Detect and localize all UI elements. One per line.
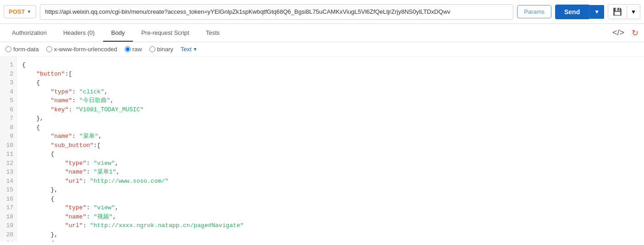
label-raw: raw bbox=[132, 46, 142, 53]
save-dropdown-button[interactable]: ▼ bbox=[627, 6, 640, 18]
code-line: { bbox=[22, 239, 638, 241]
option-binary[interactable]: binary bbox=[149, 46, 173, 53]
label-urlencoded: x-www-form-urlencoded bbox=[54, 46, 117, 53]
line-number: 17 bbox=[4, 203, 13, 212]
option-raw[interactable]: raw bbox=[125, 46, 142, 53]
line-number: 1 bbox=[4, 60, 13, 70]
line-number: 4 bbox=[4, 87, 13, 97]
send-dropdown-button[interactable]: ▼ bbox=[589, 5, 604, 19]
code-line: "key": "V1001_TODAY_MUSIC" bbox=[22, 105, 638, 114]
tabs-row: Authorization Headers (0) Body Pre-reque… bbox=[0, 24, 644, 42]
code-line: { bbox=[22, 150, 638, 159]
option-form-data[interactable]: form-data bbox=[6, 46, 39, 53]
code-line: "type": "view", bbox=[22, 159, 638, 168]
line-number: 9 bbox=[4, 132, 13, 141]
editor-area: 1234567891011121314151617181920212223242… bbox=[0, 57, 644, 241]
tab-authorization[interactable]: Authorization bbox=[4, 25, 55, 42]
code-icon: </> bbox=[612, 28, 624, 37]
code-line: "url": "http://xxxx.ngrok.natapp.cn/page… bbox=[22, 221, 638, 230]
code-line: "button":[ bbox=[22, 70, 638, 79]
top-bar: POST ▼ Params Send ▼ 💾 ▼ bbox=[0, 0, 644, 24]
send-button[interactable]: Send bbox=[555, 5, 589, 19]
code-line: }, bbox=[22, 185, 638, 195]
line-number: 19 bbox=[4, 221, 13, 230]
line-number: 3 bbox=[4, 78, 13, 87]
line-number: 11 bbox=[4, 150, 13, 159]
line-number: 15 bbox=[4, 185, 13, 195]
code-line: "name": "视频", bbox=[22, 212, 638, 222]
tab-tests[interactable]: Tests bbox=[198, 25, 228, 42]
code-line: "type": "click", bbox=[22, 87, 638, 97]
line-number: 14 bbox=[4, 177, 13, 186]
code-line: { bbox=[22, 195, 638, 204]
code-line: { bbox=[22, 123, 638, 132]
code-line: "url": "http://www.soso.com/" bbox=[22, 177, 638, 186]
tab-body[interactable]: Body bbox=[103, 25, 133, 42]
code-line: "type": "view", bbox=[22, 203, 638, 212]
line-number: 12 bbox=[4, 159, 13, 168]
tab-pre-request[interactable]: Pre-request Script bbox=[133, 25, 198, 42]
method-button[interactable]: POST ▼ bbox=[4, 5, 36, 18]
save-group: 💾 ▼ bbox=[608, 4, 640, 19]
radio-raw[interactable] bbox=[125, 46, 131, 52]
code-line: { bbox=[22, 78, 638, 87]
line-number: 6 bbox=[4, 105, 13, 114]
code-icon-button[interactable]: </> bbox=[611, 27, 626, 39]
save-button[interactable]: 💾 bbox=[608, 5, 627, 19]
line-number: 20 bbox=[4, 230, 13, 240]
code-content[interactable]: { "button":[ { "type": "click", "name": … bbox=[17, 57, 644, 241]
save-icon: 💾 bbox=[613, 8, 622, 16]
line-number: 7 bbox=[4, 114, 13, 123]
tabs-right-actions: </> ↻ bbox=[611, 27, 640, 39]
body-options-row: form-data x-www-form-urlencoded raw bina… bbox=[0, 42, 644, 57]
line-number: 8 bbox=[4, 123, 13, 132]
line-number: 10 bbox=[4, 141, 13, 150]
tab-headers[interactable]: Headers (0) bbox=[55, 25, 103, 42]
option-urlencoded[interactable]: x-www-form-urlencoded bbox=[46, 46, 117, 53]
code-line: "sub_button":[ bbox=[22, 141, 638, 150]
code-line: "name": "菜单1", bbox=[22, 168, 638, 177]
line-numbers: 1234567891011121314151617181920212223242… bbox=[0, 57, 17, 241]
line-number: 13 bbox=[4, 168, 13, 177]
format-chevron: ▼ bbox=[193, 47, 198, 52]
radio-urlencoded[interactable] bbox=[46, 46, 52, 52]
refresh-icon: ↻ bbox=[632, 28, 638, 38]
label-form-data: form-data bbox=[13, 46, 39, 53]
code-line: "name": "菜单", bbox=[22, 132, 638, 141]
code-line: "name": "今日歌曲", bbox=[22, 96, 638, 105]
send-group: Send ▼ bbox=[555, 5, 604, 19]
code-line: { bbox=[22, 60, 638, 70]
format-label: Text bbox=[181, 46, 192, 53]
radio-binary[interactable] bbox=[149, 46, 155, 52]
params-button[interactable]: Params bbox=[517, 5, 551, 18]
line-number: 2 bbox=[4, 70, 13, 79]
code-line: }, bbox=[22, 114, 638, 123]
line-number: 21 bbox=[4, 239, 13, 241]
line-number: 18 bbox=[4, 212, 13, 222]
method-chevron: ▼ bbox=[27, 9, 31, 14]
code-line: }, bbox=[22, 230, 638, 240]
url-input[interactable] bbox=[40, 4, 513, 20]
format-dropdown[interactable]: Text ▼ bbox=[181, 46, 198, 53]
refresh-button[interactable]: ↻ bbox=[630, 27, 640, 39]
line-number: 5 bbox=[4, 96, 13, 105]
line-number: 16 bbox=[4, 195, 13, 204]
label-binary: binary bbox=[157, 46, 173, 53]
method-label: POST bbox=[9, 8, 25, 15]
radio-form-data[interactable] bbox=[6, 46, 11, 52]
